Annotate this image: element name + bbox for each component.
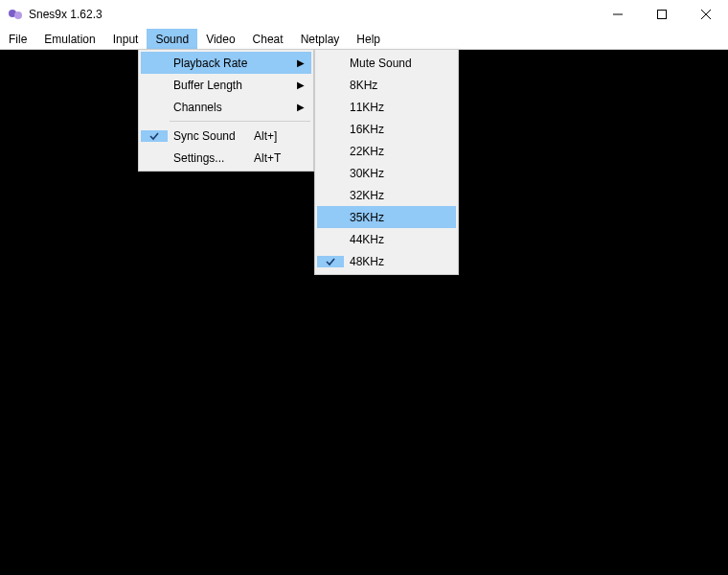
- menuitem-label: 48KHz: [344, 255, 437, 268]
- menu-emulation[interactable]: Emulation: [35, 29, 103, 49]
- submenu-arrow-icon: ▶: [294, 102, 307, 112]
- close-button[interactable]: [684, 0, 728, 29]
- menuitem-label: 32KHz: [344, 189, 437, 202]
- menu-netplay[interactable]: Netplay: [292, 29, 349, 49]
- svg-rect-3: [658, 11, 667, 19]
- menuitem-label: 16KHz: [344, 123, 437, 136]
- menuitem-48khz[interactable]: 48KHz: [317, 250, 456, 272]
- sound-dropdown: Playback Rate ▶ Buffer Length ▶ Channels…: [138, 49, 314, 172]
- window-title: Snes9x 1.62.3: [29, 8, 102, 21]
- menu-file[interactable]: File: [0, 29, 35, 49]
- menuitem-sync-sound[interactable]: Sync Sound Alt+]: [141, 125, 311, 147]
- menuitem-16khz[interactable]: 16KHz: [317, 118, 456, 140]
- menu-separator: [170, 121, 310, 122]
- menuitem-32khz[interactable]: 32KHz: [317, 184, 456, 206]
- menuitem-label: Playback Rate: [168, 57, 292, 70]
- menubar: File Emulation Input Sound Video Cheat N…: [0, 29, 728, 50]
- menuitem-label: 44KHz: [344, 233, 437, 246]
- menuitem-settings[interactable]: Settings... Alt+T: [141, 147, 311, 169]
- menuitem-label: Settings...: [168, 151, 244, 165]
- menu-input[interactable]: Input: [104, 29, 148, 49]
- submenu-arrow-icon: ▶: [294, 58, 307, 68]
- menuitem-label: 35KHz: [344, 211, 437, 224]
- playback-rate-dropdown: Mute Sound 8KHz 11KHz 16KHz 22KHz 30KHz …: [314, 49, 459, 275]
- check-icon: [317, 256, 344, 267]
- menuitem-label: 8KHz: [344, 79, 437, 92]
- menuitem-label: Channels: [168, 101, 292, 114]
- menu-video[interactable]: Video: [197, 29, 243, 49]
- menu-help[interactable]: Help: [348, 29, 389, 49]
- menuitem-30khz[interactable]: 30KHz: [317, 162, 456, 184]
- menuitem-35khz[interactable]: 35KHz: [317, 206, 456, 228]
- check-icon: [141, 130, 168, 142]
- menuitem-label: Sync Sound: [168, 129, 244, 143]
- svg-point-1: [14, 12, 22, 19]
- menuitem-channels[interactable]: Channels ▶: [141, 96, 311, 118]
- submenu-arrow-icon: ▶: [294, 80, 307, 90]
- menuitem-label: 11KHz: [344, 101, 437, 114]
- menuitem-accel: Alt+T: [244, 151, 292, 165]
- menuitem-label: Buffer Length: [168, 79, 292, 92]
- menuitem-label: 22KHz: [344, 145, 437, 158]
- menuitem-playback-rate[interactable]: Playback Rate ▶: [141, 52, 311, 74]
- menuitem-label: 30KHz: [344, 167, 437, 180]
- menu-cheat[interactable]: Cheat: [244, 29, 292, 49]
- menuitem-44khz[interactable]: 44KHz: [317, 228, 456, 250]
- app-icon: [8, 7, 23, 22]
- maximize-button[interactable]: [640, 0, 684, 29]
- menuitem-label: Mute Sound: [344, 57, 437, 70]
- menuitem-22khz[interactable]: 22KHz: [317, 140, 456, 162]
- menuitem-buffer-length[interactable]: Buffer Length ▶: [141, 74, 311, 96]
- menuitem-mute-sound[interactable]: Mute Sound: [317, 52, 456, 74]
- window-controls: [596, 0, 728, 29]
- minimize-button[interactable]: [596, 0, 640, 29]
- menuitem-8khz[interactable]: 8KHz: [317, 74, 456, 96]
- titlebar: Snes9x 1.62.3: [0, 0, 728, 29]
- menuitem-accel: Alt+]: [244, 129, 292, 143]
- menuitem-11khz[interactable]: 11KHz: [317, 96, 456, 118]
- menu-sound[interactable]: Sound: [147, 29, 197, 49]
